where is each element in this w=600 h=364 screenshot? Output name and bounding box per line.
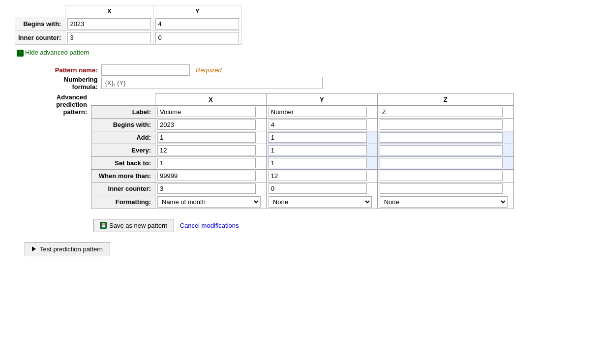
save-button-label: Save as new pattern bbox=[109, 222, 168, 229]
adv-input-y-3[interactable] bbox=[269, 145, 367, 155]
top-x-header: X bbox=[65, 5, 153, 17]
adv-row-x-3 bbox=[155, 144, 267, 156]
adv-row-y-3 bbox=[266, 144, 377, 156]
adv-row-label-4: Set back to: bbox=[91, 156, 155, 169]
adv-input-x-6[interactable] bbox=[157, 183, 256, 194]
top-begins-y-cell bbox=[153, 17, 241, 31]
adv-row-1: Begins with: bbox=[91, 118, 514, 131]
adv-input-y-0[interactable] bbox=[269, 107, 367, 117]
adv-row-y-6 bbox=[266, 182, 377, 195]
pattern-name-section: Pattern name: Required Numberingformula:… bbox=[15, 64, 514, 211]
adv-input-y-1[interactable] bbox=[269, 120, 367, 130]
top-summary-table: X Y Begins with: Inner counter: bbox=[15, 5, 241, 45]
adv-input-y-4[interactable] bbox=[269, 158, 367, 168]
adv-row-z-4 bbox=[377, 156, 513, 169]
top-begins-y-input[interactable] bbox=[155, 18, 239, 30]
top-begins-row: Begins with: bbox=[15, 17, 241, 31]
pattern-name-input-cell: Required bbox=[101, 64, 514, 76]
hide-advanced-link[interactable]: −Hide advanced pattern bbox=[17, 49, 90, 56]
adv-row-x-1 bbox=[155, 118, 267, 131]
adv-input-x-5[interactable] bbox=[157, 171, 256, 181]
top-y-header: Y bbox=[153, 5, 241, 17]
save-new-pattern-button[interactable]: 💾 Save as new pattern bbox=[93, 219, 174, 232]
top-inner-x-cell bbox=[65, 31, 153, 45]
save-icon: 💾 bbox=[100, 222, 107, 229]
adv-input-z-3[interactable] bbox=[380, 145, 503, 155]
adv-row-label-0: Label: bbox=[91, 105, 155, 118]
top-begins-x-cell bbox=[65, 17, 153, 31]
adv-input-z-5[interactable] bbox=[380, 171, 503, 181]
formatting-x-cell: Name of monthNoneRoman numeralsOrdinal bbox=[155, 195, 267, 209]
adv-header-row: X Y Z bbox=[91, 93, 514, 105]
adv-input-x-2[interactable] bbox=[157, 132, 256, 143]
formatting-y-cell: NoneName of monthRoman numerals bbox=[266, 195, 377, 209]
test-button-label: Test prediction pattern bbox=[40, 245, 103, 253]
adv-input-z-4[interactable] bbox=[380, 158, 503, 168]
formatting-x-select[interactable]: Name of monthNoneRoman numeralsOrdinal bbox=[157, 196, 261, 208]
numbering-formula-input[interactable] bbox=[101, 77, 323, 89]
adv-row-x-6 bbox=[155, 182, 267, 195]
adv-row-z-6 bbox=[377, 182, 513, 195]
adv-row-y-2 bbox=[266, 131, 377, 144]
hide-advanced-text: Hide advanced pattern bbox=[25, 49, 90, 56]
adv-row-label-1: Begins with: bbox=[91, 118, 155, 131]
required-text: Required bbox=[196, 66, 222, 74]
adv-row-z-2 bbox=[377, 131, 513, 144]
adv-row-y-0 bbox=[266, 105, 377, 118]
adv-row-0: Label: bbox=[91, 105, 514, 118]
adv-row-2: Add: bbox=[91, 131, 514, 144]
adv-z-header: Z bbox=[377, 93, 513, 105]
adv-x-header: X bbox=[155, 93, 267, 105]
formatting-z-cell: NoneName of monthRoman numerals bbox=[377, 195, 513, 209]
numbering-formula-label: Numberingformula: bbox=[15, 76, 101, 91]
adv-empty-header bbox=[91, 93, 155, 105]
adv-input-z-0[interactable] bbox=[380, 107, 503, 117]
top-inner-x-input[interactable] bbox=[67, 32, 151, 43]
adv-row-label-2: Add: bbox=[91, 131, 155, 144]
adv-input-z-6[interactable] bbox=[380, 183, 503, 194]
top-inner-y-input[interactable] bbox=[155, 32, 239, 43]
formatting-z-select[interactable]: NoneName of monthRoman numerals bbox=[380, 196, 508, 208]
adv-input-z-1[interactable] bbox=[380, 120, 503, 130]
adv-row-y-4 bbox=[266, 156, 377, 169]
adv-row-3: Every: bbox=[91, 144, 514, 156]
adv-input-y-6[interactable] bbox=[269, 183, 367, 194]
adv-row-x-2 bbox=[155, 131, 267, 144]
bottom-buttons-container: 💾 Save as new pattern Cancel modificatio… bbox=[93, 219, 590, 232]
formatting-label: Formatting: bbox=[91, 195, 155, 209]
top-empty-header bbox=[15, 5, 65, 17]
adv-row-label-6: Inner counter: bbox=[91, 182, 155, 195]
adv-row-label-5: When more than: bbox=[91, 169, 155, 182]
pattern-name-input[interactable] bbox=[101, 64, 190, 76]
adv-prediction-label: Advancedpredictionpattern: bbox=[15, 93, 91, 209]
adv-row-x-0 bbox=[155, 105, 267, 118]
numbering-formula-row: Numberingformula: bbox=[15, 76, 514, 91]
adv-input-z-2[interactable] bbox=[380, 132, 503, 143]
adv-row-z-1 bbox=[377, 118, 513, 131]
adv-row-x-4 bbox=[155, 156, 267, 169]
adv-input-x-0[interactable] bbox=[157, 107, 256, 117]
adv-row-z-0 bbox=[377, 105, 513, 118]
adv-input-x-1[interactable] bbox=[157, 120, 256, 130]
adv-input-x-3[interactable] bbox=[157, 145, 256, 155]
top-begins-x-input[interactable] bbox=[67, 18, 151, 30]
adv-row-4: Set back to: bbox=[91, 156, 514, 169]
adv-input-x-4[interactable] bbox=[157, 158, 256, 168]
top-inner-row: Inner counter: bbox=[15, 31, 241, 45]
adv-prediction-header-row: Advancedpredictionpattern: X Y bbox=[15, 91, 514, 211]
adv-prediction-table: X Y Z Label: bbox=[91, 93, 514, 209]
adv-row-5: When more than: bbox=[91, 169, 514, 182]
test-prediction-button[interactable]: Test prediction pattern bbox=[25, 242, 110, 256]
cancel-modifications-link[interactable]: Cancel modifications bbox=[180, 222, 239, 229]
adv-row-label-3: Every: bbox=[91, 144, 155, 156]
adv-input-y-5[interactable] bbox=[269, 171, 367, 181]
adv-table-container: X Y Z Label: bbox=[91, 93, 514, 209]
formatting-y-select[interactable]: NoneName of monthRoman numerals bbox=[269, 196, 372, 208]
top-begins-label: Begins with: bbox=[15, 17, 65, 31]
adv-row-y-1 bbox=[266, 118, 377, 131]
adv-formatting-row: Formatting: Name of monthNoneRoman numer… bbox=[91, 195, 514, 209]
top-inner-y-cell bbox=[153, 31, 241, 45]
numbering-formula-input-cell bbox=[101, 76, 514, 91]
adv-input-y-2[interactable] bbox=[269, 132, 367, 143]
adv-row-z-3 bbox=[377, 144, 513, 156]
